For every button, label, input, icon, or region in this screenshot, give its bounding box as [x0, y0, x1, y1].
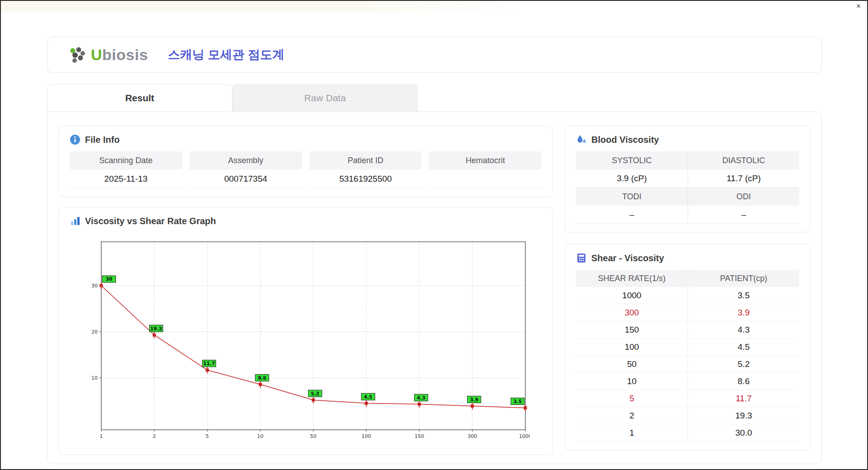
window-titlebar: ×	[1, 1, 867, 12]
table-row: 3003.9	[576, 304, 799, 321]
svg-text:30: 30	[91, 283, 98, 289]
svg-text:2: 2	[153, 433, 156, 439]
shear-viscosity-table: SHEAR RATE(1/s) PATIENT(cp) 10003.53003.…	[576, 270, 799, 442]
svg-text:3.5: 3.5	[514, 399, 522, 404]
file-info-fields: Scanning Date2025-11-13Assembly000717354…	[70, 151, 542, 188]
chart-canvas: 125105010015030010001020303019.311.78.65…	[78, 235, 530, 444]
shear-table-header: SHEAR RATE(1/s) PATIENT(cp)	[576, 270, 799, 287]
svg-text:5.2: 5.2	[311, 391, 320, 396]
shear-viscosity-panel: Shear - Viscosity SHEAR RATE(1/s) PATIEN…	[565, 244, 811, 450]
file-info-field-label: Scanning Date	[70, 151, 182, 169]
patient-viscosity-cell: 11.7	[688, 390, 799, 407]
shear-rate-cell: 150	[576, 321, 688, 338]
app-header: Ubiosis 스캐닝 모세관 점도계	[47, 37, 822, 73]
file-info-field-label: Hematocrit	[429, 151, 542, 169]
todi-header: TODI	[576, 188, 688, 206]
svg-text:50: 50	[310, 433, 316, 439]
svg-text:100: 100	[362, 433, 371, 439]
file-info-panel: File Info Scanning Date2025-11-13Assembl…	[58, 126, 553, 197]
file-info-field: Hematocrit	[429, 151, 542, 188]
file-info-field-value: 53161925500	[309, 169, 422, 188]
shear-rate-cell: 5	[576, 390, 688, 407]
diastolic-header: DIASTOLIC	[688, 151, 799, 169]
table-row: 219.3	[576, 407, 799, 424]
patient-viscosity-cell: 3.9	[688, 304, 799, 321]
patient-viscosity-cell: 5.2	[688, 356, 799, 373]
file-info-field-value	[429, 169, 542, 188]
shear-viscosity-title: Shear - Viscosity	[591, 253, 664, 263]
result-content: File Info Scanning Date2025-11-13Assembl…	[47, 112, 822, 464]
blood-viscosity-table: SYSTOLIC DIASTOLIC 3.9 (cP) 11.7 (cP) TO…	[576, 151, 799, 224]
svg-text:10: 10	[91, 375, 98, 381]
close-icon[interactable]: ×	[856, 2, 861, 11]
table-row: 511.7	[576, 390, 799, 407]
svg-text:1000: 1000	[519, 433, 530, 439]
table-row: 505.2	[576, 356, 799, 373]
svg-text:300: 300	[467, 433, 477, 439]
shear-rate-cell: 1000	[576, 287, 688, 304]
right-column: Blood Viscosity SYSTOLIC DIASTOLIC 3.9 (…	[565, 126, 811, 450]
shear-rate-cell: 2	[576, 407, 688, 424]
svg-text:150: 150	[415, 433, 424, 439]
svg-text:3.9: 3.9	[470, 397, 478, 402]
svg-text:5: 5	[206, 433, 209, 439]
shear-rate-cell: 1	[576, 424, 688, 442]
patient-viscosity-cell: 4.5	[688, 338, 799, 356]
odi-value: –	[688, 206, 799, 224]
shear-table-body: 10003.53003.91504.31004.5505.2108.6511.7…	[576, 287, 799, 442]
graph-title: Viscosity vs Shear Rate Graph	[85, 216, 216, 226]
calculator-grid-icon	[576, 253, 587, 263]
tab-raw-data[interactable]: Raw Data	[232, 84, 418, 112]
tab-result[interactable]: Result	[47, 84, 232, 112]
svg-text:10: 10	[257, 433, 264, 439]
todi-value: –	[576, 206, 688, 224]
shear-rate-cell: 50	[576, 356, 688, 373]
svg-text:30: 30	[106, 276, 113, 282]
svg-text:20: 20	[91, 329, 98, 335]
tab-bar: Result Raw Data	[47, 84, 822, 112]
file-info-field: Scanning Date2025-11-13	[70, 151, 182, 188]
svg-text:11.7: 11.7	[203, 361, 215, 366]
page-title: 스캐닝 모세관 점도계	[168, 47, 284, 63]
patient-viscosity-cell: 30.0	[688, 424, 799, 442]
table-row: 1004.5	[576, 338, 799, 356]
brand-name: Ubiosis	[91, 46, 148, 64]
shear-rate-cell: 10	[576, 373, 688, 390]
diastolic-value: 11.7 (cP)	[688, 169, 799, 188]
patient-viscosity-cell: 8.6	[688, 373, 799, 390]
file-info-field: Patient ID53161925500	[309, 151, 422, 188]
viscosity-chart: 125105010015030010001020303019.311.78.65…	[70, 233, 542, 446]
patient-viscosity-cell: 19.3	[688, 407, 799, 424]
file-info-field-value: 000717354	[189, 169, 302, 188]
patient-column-header: PATIENT(cp)	[688, 270, 799, 287]
bar-chart-icon	[70, 216, 80, 226]
svg-text:1: 1	[100, 433, 103, 439]
ubiosis-logo: Ubiosis	[66, 44, 148, 65]
file-info-field-label: Assembly	[189, 151, 302, 169]
odi-header: ODI	[688, 188, 799, 206]
file-info-title: File Info	[85, 135, 120, 145]
systolic-header: SYSTOLIC	[576, 151, 688, 169]
shear-rate-cell: 300	[576, 304, 688, 321]
patient-viscosity-cell: 4.3	[688, 321, 799, 338]
file-info-field-label: Patient ID	[309, 151, 422, 169]
grape-cluster-icon	[66, 44, 87, 65]
file-info-field-value: 2025-11-13	[70, 169, 182, 188]
svg-text:4.3: 4.3	[417, 395, 425, 400]
blood-viscosity-title: Blood Viscosity	[591, 135, 659, 145]
left-column: File Info Scanning Date2025-11-13Assembl…	[58, 126, 553, 450]
water-drops-icon	[576, 134, 587, 145]
table-row: 130.0	[576, 424, 799, 442]
shear-rate-column-header: SHEAR RATE(1/s)	[576, 270, 688, 287]
page: Ubiosis 스캐닝 모세관 점도계 Result Raw Data	[1, 12, 867, 464]
patient-viscosity-cell: 3.5	[688, 287, 799, 304]
table-row: 108.6	[576, 373, 799, 390]
svg-text:19.3: 19.3	[150, 326, 162, 331]
file-info-field: Assembly000717354	[189, 151, 302, 188]
systolic-value: 3.9 (cP)	[576, 169, 688, 188]
svg-text:8.6: 8.6	[258, 375, 266, 381]
svg-text:4.5: 4.5	[364, 394, 373, 400]
blood-viscosity-panel: Blood Viscosity SYSTOLIC DIASTOLIC 3.9 (…	[565, 126, 811, 232]
graph-panel: Viscosity vs Shear Rate Graph 1251050100…	[58, 207, 553, 455]
app-window: { "window": { "close_glyph": "×" }, "hea…	[0, 0, 868, 470]
